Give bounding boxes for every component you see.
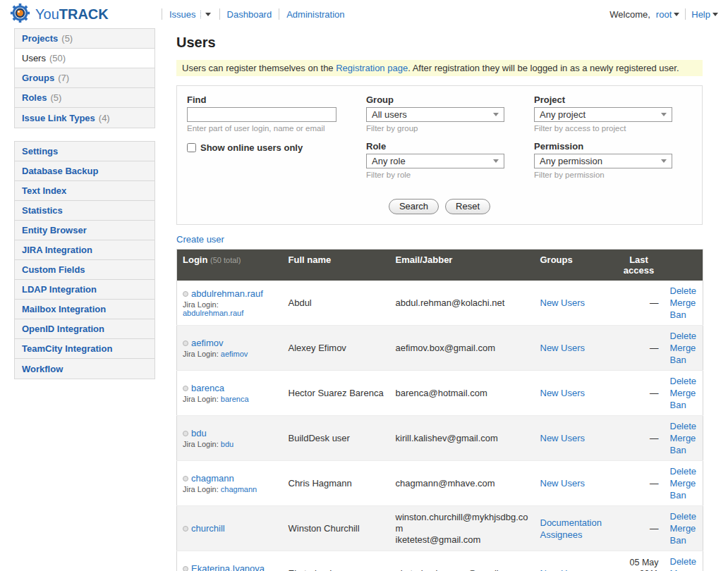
ban-link[interactable]: Ban [670, 309, 698, 321]
delete-link[interactable]: Delete [670, 375, 698, 387]
user-menu[interactable]: root [656, 9, 679, 20]
permission-label: Permission [534, 141, 684, 152]
sidebar-item-label[interactable]: Users [22, 53, 46, 63]
registration-page-link[interactable]: Registration page [336, 63, 408, 73]
sidebar-item-label[interactable]: Projects [22, 33, 58, 44]
create-user-link[interactable]: Create user [176, 234, 224, 245]
actions-cell: DeleteMergeBan [665, 371, 703, 416]
user-login-link[interactable]: aefimov [191, 338, 224, 348]
search-button[interactable]: Search [389, 199, 439, 214]
merge-link[interactable]: Merge [670, 432, 698, 444]
sidebar-item[interactable]: Groups (7) [15, 68, 154, 88]
user-login-link[interactable]: Ekaterina.Ivanova [191, 563, 265, 571]
role-select[interactable]: Any role [366, 154, 504, 168]
sidebar-item-label[interactable]: Text Index [22, 185, 66, 196]
youtrack-logo[interactable]: YouTRACK [10, 3, 162, 25]
actions-cell: DeleteMergeBan [665, 281, 703, 326]
sidebar-item-label[interactable]: OpenID Integration [22, 324, 104, 334]
permission-select[interactable]: Any permission [534, 154, 672, 168]
ban-link[interactable]: Ban [670, 534, 698, 546]
sidebar-item[interactable]: Settings [15, 142, 154, 161]
help-menu[interactable]: Help [691, 9, 718, 20]
delete-link[interactable]: Delete [670, 465, 698, 477]
sidebar-item-label[interactable]: Database Backup [22, 166, 98, 176]
sidebar-item-label[interactable]: Statistics [22, 205, 63, 216]
group-link[interactable]: New Users [540, 567, 608, 571]
sidebar-item[interactable]: OpenID Integration [15, 319, 154, 339]
sidebar-item-label[interactable]: LDAP Integration [22, 284, 97, 295]
sidebar-item[interactable]: Roles (5) [15, 88, 154, 108]
delete-link[interactable]: Delete [670, 330, 698, 342]
user-status-icon [183, 431, 188, 436]
merge-link[interactable]: Merge [670, 522, 698, 534]
table-row: barenca Jira Login: barenca Hector Suare… [177, 371, 703, 416]
sidebar-item-label[interactable]: Roles [22, 92, 47, 103]
merge-link[interactable]: Merge [670, 342, 698, 354]
group-link[interactable]: New Users [540, 432, 608, 444]
nav-dashboard[interactable]: Dashboard [227, 9, 272, 20]
issues-dropdown-toggle[interactable] [200, 11, 212, 18]
nav-divider [162, 8, 162, 20]
user-login-link[interactable]: barenca [191, 383, 224, 393]
delete-link[interactable]: Delete [670, 510, 698, 522]
sidebar-item-label[interactable]: JIRA Integration [22, 245, 92, 255]
group-link[interactable]: New Users [540, 387, 608, 399]
user-login-link[interactable]: bdu [191, 428, 207, 438]
sidebar-item[interactable]: Statistics [15, 201, 154, 221]
sidebar-item-label[interactable]: Issue Link Types [22, 113, 95, 123]
sub-value-link[interactable]: abdulrehman.rauf [183, 309, 243, 317]
sub-label: Jira Login: [183, 300, 219, 309]
reset-button[interactable]: Reset [445, 199, 490, 214]
show-online-users-checkbox[interactable] [187, 143, 196, 152]
sidebar-item[interactable]: Entity Browser [15, 221, 154, 240]
ban-link[interactable]: Ban [670, 354, 698, 366]
group-select[interactable]: All users [366, 107, 504, 122]
sidebar-item[interactable]: Database Backup [15, 161, 154, 181]
sidebar-item[interactable]: Text Index [15, 181, 154, 201]
group-link[interactable]: New Users [540, 342, 608, 354]
user-login-link[interactable]: chagmann [191, 473, 234, 484]
group-link[interactable]: New Users [540, 297, 608, 309]
sidebar-item[interactable]: Workflow [15, 359, 154, 379]
delete-link[interactable]: Delete [670, 555, 698, 567]
sidebar-item[interactable]: LDAP Integration [15, 280, 154, 300]
sidebar-item-label[interactable]: Mailbox Integration [22, 304, 106, 314]
find-input[interactable] [187, 107, 336, 122]
sub-value-link[interactable]: chagmann [221, 485, 257, 493]
nav-administration[interactable]: Administration [286, 9, 344, 20]
delete-link[interactable]: Delete [670, 285, 698, 297]
merge-link[interactable]: Merge [670, 567, 698, 571]
ban-link[interactable]: Ban [670, 489, 698, 501]
delete-link[interactable]: Delete [670, 420, 698, 432]
user-login-link[interactable]: abdulrehman.rauf [191, 288, 263, 299]
nav-issues[interactable]: Issues [169, 9, 196, 20]
sidebar-item-label[interactable]: Entity Browser [22, 225, 87, 235]
sidebar-item[interactable]: TeamCity Integration [15, 339, 154, 359]
sidebar-item-label[interactable]: Groups [22, 73, 54, 83]
sidebar-item-label[interactable]: Custom Fields [22, 264, 85, 275]
sidebar-item-label[interactable]: Settings [22, 146, 58, 156]
sidebar-item[interactable]: Custom Fields [15, 260, 154, 280]
sidebar-item[interactable]: Users (50) [15, 49, 154, 68]
project-select[interactable]: Any project [534, 107, 672, 122]
sidebar-item-label[interactable]: Workflow [22, 364, 63, 374]
sidebar-item[interactable]: Projects (5) [15, 29, 154, 49]
user-login-link[interactable]: churchill [191, 523, 225, 534]
sidebar-item[interactable]: Mailbox Integration [15, 300, 154, 319]
merge-link[interactable]: Merge [670, 477, 698, 489]
email-cell: winston.churchill@mykhjsdbg.comiketetest… [390, 506, 535, 551]
last-access: — [614, 326, 665, 371]
last-access: — [614, 506, 665, 551]
merge-link[interactable]: Merge [670, 297, 698, 309]
sidebar-item[interactable]: Issue Link Types (4) [15, 108, 154, 128]
sub-value-link[interactable]: barenca [221, 395, 249, 403]
merge-link[interactable]: Merge [670, 387, 698, 399]
sidebar-item-label[interactable]: TeamCity Integration [22, 343, 112, 354]
sub-value-link[interactable]: aefimov [221, 350, 248, 358]
group-link[interactable]: Documentation Assignees [540, 517, 608, 541]
ban-link[interactable]: Ban [670, 399, 698, 411]
sub-value-link[interactable]: bdu [221, 440, 233, 448]
group-link[interactable]: New Users [540, 477, 608, 489]
sidebar-item[interactable]: JIRA Integration [15, 240, 154, 260]
ban-link[interactable]: Ban [670, 444, 698, 456]
